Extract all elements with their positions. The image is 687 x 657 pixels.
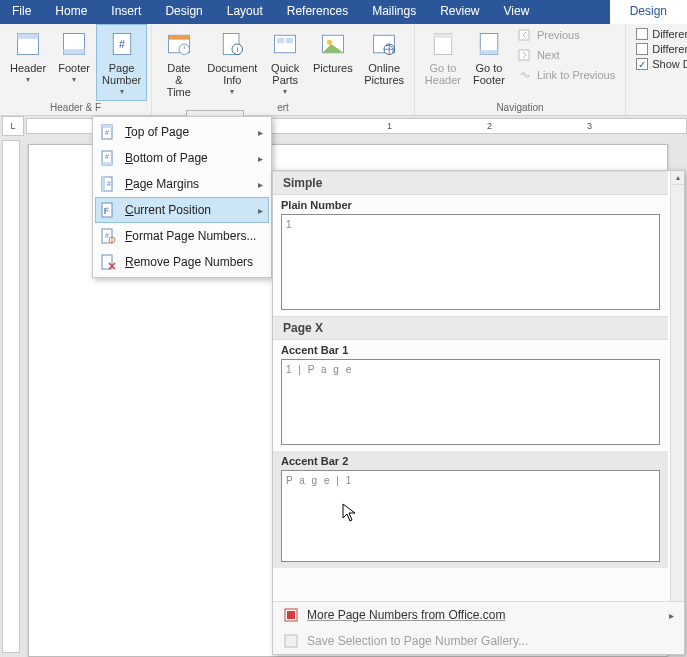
tab-view[interactable]: View bbox=[492, 0, 542, 24]
dd-remove-page-numbers[interactable]: Remove Page Numbers bbox=[95, 249, 269, 275]
svg-rect-24 bbox=[519, 30, 529, 40]
tab-review[interactable]: Review bbox=[428, 0, 491, 24]
group-navigation: Go to Header Go to Footer Previous Next … bbox=[415, 24, 626, 115]
svg-rect-25 bbox=[519, 50, 529, 60]
next-button[interactable]: Next bbox=[515, 46, 617, 64]
svg-text:#: # bbox=[105, 232, 109, 239]
group-header-footer: Header▾ Footer▾ # Page Number▾ Header & … bbox=[0, 24, 152, 115]
svg-text:#: # bbox=[105, 206, 109, 213]
calendar-icon bbox=[163, 28, 195, 60]
dd-bottom-of-page[interactable]: # Bottom of Page ▸ bbox=[95, 145, 269, 171]
chevron-right-icon: ▸ bbox=[258, 179, 263, 190]
cursor-icon bbox=[342, 503, 358, 523]
document-info-button[interactable]: i Document Info▾ bbox=[202, 24, 264, 101]
link-to-previous-button[interactable]: Link to Previous bbox=[515, 66, 617, 84]
gallery-scrollbar[interactable]: ▴ bbox=[670, 171, 684, 601]
svg-text:#: # bbox=[105, 153, 109, 160]
svg-text:#: # bbox=[105, 129, 109, 136]
bottom-of-page-icon: # bbox=[99, 149, 117, 167]
ruler-corner: L bbox=[2, 116, 24, 136]
ribbon: Header▾ Footer▾ # Page Number▾ Header & … bbox=[0, 24, 687, 116]
tab-layout[interactable]: Layout bbox=[215, 0, 275, 24]
dd-format-page-numbers[interactable]: # Format Page Numbers... bbox=[95, 223, 269, 249]
svg-rect-23 bbox=[480, 50, 498, 54]
context-tab-design[interactable]: Design bbox=[610, 0, 687, 24]
group-label-navigation: Navigation bbox=[419, 101, 621, 115]
svg-rect-15 bbox=[286, 38, 293, 43]
gallery-item-accent-bar-1[interactable]: Accent Bar 1 1 | P a g e bbox=[273, 340, 668, 451]
gallery-section-page-x: Page X bbox=[273, 316, 668, 340]
quick-parts-icon bbox=[269, 28, 301, 60]
svg-rect-14 bbox=[277, 38, 284, 43]
chevron-right-icon: ▸ bbox=[258, 205, 263, 216]
previous-button[interactable]: Previous bbox=[515, 26, 617, 44]
chevron-right-icon: ▸ bbox=[258, 127, 263, 138]
chevron-right-icon: ▸ bbox=[669, 610, 674, 621]
goto-header-button[interactable]: Go to Header bbox=[419, 24, 467, 101]
page-number-dropdown: # Top of Page ▸ # Bottom of Page ▸ # Pag… bbox=[92, 116, 272, 278]
format-icon: # bbox=[99, 227, 117, 245]
menubar: File Home Insert Design Layout Reference… bbox=[0, 0, 687, 24]
tab-insert[interactable]: Insert bbox=[99, 0, 153, 24]
page-number-icon: # bbox=[106, 28, 138, 60]
tab-home[interactable]: Home bbox=[43, 0, 99, 24]
svg-text:#: # bbox=[119, 38, 125, 50]
footer-button[interactable]: Footer▾ bbox=[52, 24, 96, 101]
gallery-section-simple: Simple bbox=[273, 171, 668, 195]
svg-rect-21 bbox=[434, 34, 452, 38]
save-selection-gallery: Save Selection to Page Number Gallery... bbox=[273, 628, 684, 654]
group-label-options: O bbox=[630, 74, 687, 88]
footer-icon bbox=[58, 28, 90, 60]
page-number-button[interactable]: # Page Number▾ bbox=[96, 24, 147, 101]
dd-top-of-page[interactable]: # Top of Page ▸ bbox=[95, 119, 269, 145]
gallery-item-plain-number[interactable]: Plain Number 1 bbox=[273, 195, 668, 316]
svg-rect-45 bbox=[287, 611, 295, 619]
top-of-page-icon: # bbox=[99, 123, 117, 141]
doc-info-icon: i bbox=[216, 28, 248, 60]
gallery-item-accent-bar-2[interactable]: Accent Bar 2 P a g e | 1 bbox=[273, 451, 668, 568]
goto-header-icon bbox=[427, 28, 459, 60]
tab-mailings[interactable]: Mailings bbox=[360, 0, 428, 24]
online-pictures-icon bbox=[368, 28, 400, 60]
checkbox-icon bbox=[636, 28, 648, 40]
link-icon bbox=[517, 67, 533, 83]
goto-footer-button[interactable]: Go to Footer bbox=[467, 24, 511, 101]
goto-footer-icon bbox=[473, 28, 505, 60]
svg-rect-46 bbox=[285, 635, 297, 647]
svg-rect-1 bbox=[18, 34, 39, 39]
tab-file[interactable]: File bbox=[0, 0, 43, 24]
current-position-icon: # bbox=[99, 201, 117, 219]
tab-references[interactable]: References bbox=[275, 0, 360, 24]
picture-icon bbox=[317, 28, 349, 60]
office-icon bbox=[283, 607, 299, 623]
svg-rect-7 bbox=[168, 35, 189, 39]
remove-icon bbox=[99, 253, 117, 271]
date-time-button[interactable]: Date & Time bbox=[156, 24, 201, 101]
different-first-checkbox[interactable]: Different F bbox=[636, 28, 687, 40]
save-gallery-icon bbox=[283, 633, 299, 649]
dd-page-margins[interactable]: # Page Margins ▸ bbox=[95, 171, 269, 197]
group-insert: Date & Time i Document Info▾ Quick Parts… bbox=[152, 24, 415, 115]
page-number-gallery: Simple Plain Number 1 Page X Accent Bar … bbox=[272, 170, 685, 655]
group-options: Different F Different O ✓ Show Docu O bbox=[626, 24, 687, 115]
header-button[interactable]: Header▾ bbox=[4, 24, 52, 101]
svg-text:#: # bbox=[107, 180, 111, 187]
previous-icon bbox=[517, 27, 533, 43]
vertical-ruler[interactable] bbox=[2, 140, 20, 653]
scroll-up-icon[interactable]: ▴ bbox=[671, 171, 684, 185]
quick-parts-button[interactable]: Quick Parts▾ bbox=[263, 24, 307, 101]
svg-rect-27 bbox=[102, 125, 112, 128]
more-page-numbers[interactable]: More Page Numbers from Office.com ▸ bbox=[273, 602, 684, 628]
page-margins-icon: # bbox=[99, 175, 117, 193]
dd-current-position[interactable]: # Current Position ▸ bbox=[95, 197, 269, 223]
next-icon bbox=[517, 47, 533, 63]
different-odd-checkbox[interactable]: Different O bbox=[636, 43, 687, 55]
header-icon bbox=[12, 28, 44, 60]
tab-design[interactable]: Design bbox=[153, 0, 214, 24]
checkbox-icon bbox=[636, 43, 648, 55]
svg-rect-3 bbox=[64, 49, 85, 54]
pictures-button[interactable]: Pictures bbox=[307, 24, 358, 101]
group-label-header-footer: Header & F bbox=[4, 101, 147, 115]
online-pictures-button[interactable]: Online Pictures bbox=[358, 24, 409, 101]
show-document-checkbox[interactable]: ✓ Show Docu bbox=[636, 58, 687, 70]
